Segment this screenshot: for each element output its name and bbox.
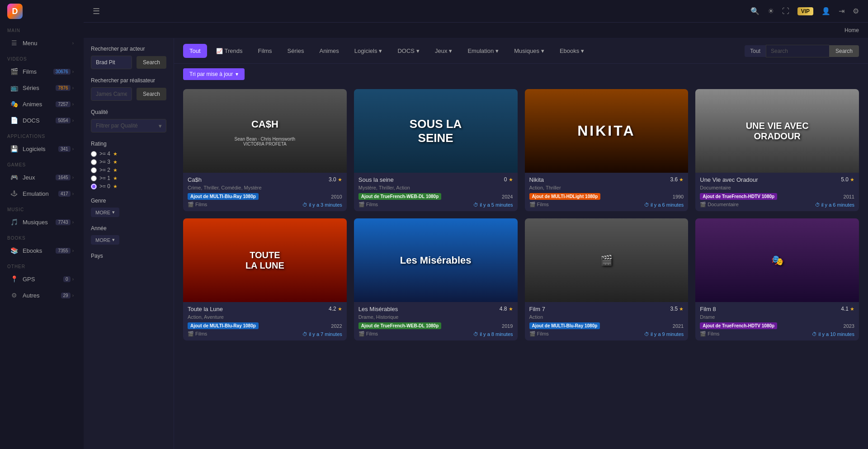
annee-more-button[interactable]: MORE ▾	[91, 235, 119, 245]
tab-jeux[interactable]: Jeux ▾	[429, 44, 458, 58]
tab-musiques[interactable]: Musiques ▾	[508, 44, 551, 58]
tab-docs-label: DOCS	[397, 47, 415, 54]
app-logo: D	[7, 4, 23, 19]
annee-more-chevron-icon: ▾	[112, 237, 115, 243]
tab-animes[interactable]: Animes	[313, 44, 345, 58]
sort-button[interactable]: Tri par mise à jour ▾	[183, 68, 245, 80]
movie-info-8: Film 8 4.1 ★ Drame Ajout de TrueFrench-H…	[695, 302, 859, 340]
tab-tout[interactable]: Tout	[183, 44, 207, 58]
movie-info-2: Sous la seine 0 ★ Mystère, Thriller, Act…	[354, 173, 518, 211]
menu-chevron-icon: ›	[72, 41, 74, 46]
sidebar-item-jeux[interactable]: 🎮 Jeux 1645 ›	[3, 170, 81, 185]
settings-icon[interactable]: ⚙	[853, 7, 859, 15]
tab-series[interactable]: Séries	[281, 44, 311, 58]
docs-icon: 📄	[10, 116, 18, 124]
sidebar-item-musiques[interactable]: 🎵 Musiques 7743 ›	[3, 214, 81, 230]
movie-quality-badge-1: Ajout de MULTI-Blu-Ray 1080p	[188, 193, 259, 200]
rating-0: >= 0 ★	[91, 183, 166, 189]
movie-info-1: Ca$h 3.0 ★ Crime, Thriller, Comédie, Mys…	[183, 173, 347, 211]
director-search-input[interactable]	[91, 87, 132, 101]
docs-badge: 5054	[56, 118, 70, 123]
sidebar-item-autres[interactable]: ⚙ Autres 29 ›	[3, 288, 81, 303]
tab-trends[interactable]: 📈 Trends	[210, 44, 249, 58]
tab-logiciels[interactable]: Logiciels ▾	[348, 44, 389, 58]
search-icon[interactable]: 🔍	[750, 7, 760, 15]
tab-ebooks[interactable]: Ebooks ▾	[553, 44, 590, 58]
grid-area: Tout 📈 Trends Films Séries Animes Logici…	[174, 38, 868, 449]
tab-docs[interactable]: DOCS ▾	[391, 44, 426, 58]
books-section-label: BOOKS	[0, 230, 84, 242]
series-chevron-icon: ›	[72, 85, 74, 90]
actor-filter-row: Search	[91, 56, 166, 69]
movie-category-4: 🎬 Documentaire	[700, 202, 739, 208]
movie-card-5[interactable]: TOUTELA LUNE Toute la Lune 4.2 ★ Action,…	[183, 218, 347, 340]
movie-rating-2: 0 ★	[504, 176, 513, 183]
rating-filter-title: Rating	[91, 141, 166, 147]
brightness-icon[interactable]: ☀	[768, 7, 774, 15]
movie-title-6: Les Misérables	[359, 306, 398, 312]
tab-emulation[interactable]: Emulation ▾	[461, 44, 505, 58]
logiciels-chevron-icon: ▾	[379, 47, 382, 54]
movie-poster-4: UNE VIE AVECORADOUR	[695, 89, 859, 173]
annee-more-label: MORE	[95, 237, 110, 243]
movie-card-4[interactable]: UNE VIE AVECORADOUR Une Vie avec Oradour…	[695, 89, 859, 211]
movie-card-6[interactable]: Les Misérables Les Misérables 4.8 ★ Dram…	[354, 218, 518, 340]
sidebar-item-docs[interactable]: 📄 DOCS 5054 ›	[3, 113, 81, 128]
sidebar-item-ebooks[interactable]: 📚 Ebooks 7355 ›	[3, 243, 81, 258]
movie-category-3: 🎬 Films	[529, 202, 549, 208]
movie-card-1[interactable]: CA$H Sean Bean · Chris HemsworthVICTORIA…	[183, 89, 347, 211]
movie-year-4: 2011	[844, 194, 854, 199]
movie-year-5: 2022	[331, 323, 342, 329]
sidebar-item-films[interactable]: 🎬 Films 30676 ›	[3, 64, 81, 79]
movie-rating-3: 3.6 ★	[670, 176, 684, 183]
rating-2-radio[interactable]	[91, 167, 97, 173]
rating-1-radio[interactable]	[91, 175, 97, 181]
movie-card-2[interactable]: SOUS LASEINE Sous la seine 0 ★ Mystère, …	[354, 89, 518, 211]
genre-more-button[interactable]: MORE ▾	[91, 208, 119, 217]
breadcrumb-home[interactable]: Home	[844, 27, 859, 33]
actor-search-input[interactable]	[91, 56, 132, 69]
musiques-chevron-icon: ›	[72, 220, 74, 225]
rating-0-radio[interactable]	[91, 184, 97, 189]
breadcrumb-bar: Home	[84, 23, 868, 38]
movie-genre-4: Documentaire	[700, 185, 854, 190]
movie-info-7: Film 7 3.5 ★ Action Ajout de MULTI-Blu-R…	[525, 302, 689, 340]
movie-rating-8: 4.1 ★	[841, 306, 854, 312]
movie-quality-badge-5: Ajout de MULTI-Blu-Ray 1080p	[188, 322, 259, 329]
top-search-area: Tout Search	[745, 45, 859, 57]
vip-badge[interactable]: VIP	[797, 7, 813, 15]
top-search-input[interactable]	[766, 45, 829, 57]
sidebar-item-animes[interactable]: 🎭 Animes 7257 ›	[3, 96, 81, 112]
quality-select[interactable]: Filtrer par Qualité	[91, 119, 166, 132]
movie-title-row-4: Une Vie avec Oradour 5.0 ★	[700, 176, 854, 183]
rating-3-radio[interactable]	[91, 159, 97, 165]
director-filter-section: Rechercher par réalisateur Search	[91, 77, 166, 101]
films-badge: 30676	[53, 69, 71, 75]
tab-ebooks-label: Ebooks	[560, 47, 579, 54]
movie-card-8[interactable]: 🎭 Film 8 4.1 ★ Drame Ajout de TrueFrench…	[695, 218, 859, 340]
hamburger-menu-icon[interactable]: ☰	[93, 6, 100, 16]
sidebar-item-emulation[interactable]: 🕹 Emulation 417 ›	[3, 186, 81, 201]
director-search-button[interactable]: Search	[137, 88, 166, 100]
actor-search-button[interactable]: Search	[137, 56, 166, 69]
top-search-button[interactable]: Search	[829, 45, 859, 57]
movie-card-7[interactable]: 🎬 Film 7 3.5 ★ Action Ajout de MULTI-Blu…	[525, 218, 689, 340]
movie-meta-row-2: 🎬 Films ⏱ il y a 5 minutes	[359, 202, 513, 208]
fullscreen-icon[interactable]: ⛶	[782, 7, 789, 15]
poster-sub-1: Sean Bean · Chris HemsworthVICTORIA PROF…	[233, 135, 297, 148]
tab-films[interactable]: Films	[252, 44, 278, 58]
movie-card-3[interactable]: NIKITA Nikita 3.6 ★ Action, Thriller Ajo…	[525, 89, 689, 211]
movie-year-1: 2010	[331, 194, 342, 199]
sidebar-item-series[interactable]: 📺 Séries 7876 ›	[3, 80, 81, 95]
logout-icon[interactable]: ⇥	[839, 7, 844, 15]
rating-4-radio[interactable]	[91, 151, 97, 157]
gps-label: GPS	[23, 276, 63, 283]
rating-4-star: ★	[113, 151, 118, 157]
sidebar-item-logiciels[interactable]: 💾 Logiciels 341 ›	[3, 141, 81, 156]
sidebar-item-gps[interactable]: 📍 GPS 0 ›	[3, 271, 81, 287]
movie-category-7: 🎬 Films	[529, 331, 549, 337]
animes-badge: 7257	[56, 101, 70, 107]
person-icon[interactable]: 👤	[821, 7, 830, 15]
autres-badge: 29	[61, 293, 71, 298]
sidebar-item-menu[interactable]: ☰ Menu ›	[3, 35, 81, 51]
